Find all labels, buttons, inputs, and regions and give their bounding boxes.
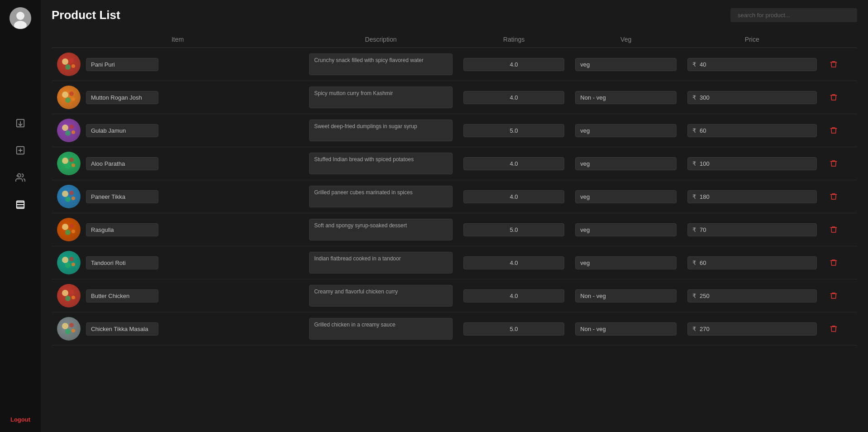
svg-point-27	[62, 158, 68, 164]
table-row: Pani Puri Crunchy snack filled with spic…	[52, 48, 857, 81]
item-veg-2: veg	[575, 124, 677, 137]
price-cell-0: ₹ 40	[682, 48, 822, 81]
svg-point-31	[57, 185, 81, 208]
rating-cell-1: 4.0	[458, 81, 570, 114]
item-name-2: Gulab Jamun	[86, 124, 158, 137]
price-cell-7: ₹ 250	[682, 279, 822, 312]
rating-cell-2: 5.0	[458, 114, 570, 147]
price-value-2: 60	[700, 127, 706, 134]
desc-cell-1: Spicy mutton curry from Kashmir	[304, 81, 458, 114]
price-value-6: 60	[700, 259, 706, 266]
item-name-1: Mutton Rogan Josh	[86, 91, 158, 104]
svg-point-24	[65, 130, 71, 136]
svg-point-43	[69, 257, 74, 261]
avatar	[10, 7, 31, 29]
action-cell-6	[822, 246, 857, 279]
veg-cell-2: veg	[570, 114, 682, 147]
item-name-6: Tandoori Roti	[86, 256, 158, 269]
item-veg-7: Non - veg	[575, 289, 677, 302]
add-item-icon[interactable]	[12, 142, 29, 158]
rupee-symbol-5: ₹	[692, 226, 696, 233]
svg-point-14	[65, 64, 71, 70]
logout-button[interactable]: Logout	[10, 416, 30, 423]
svg-point-33	[69, 191, 74, 195]
action-cell-5	[822, 213, 857, 246]
item-name-0: Pani Puri	[86, 58, 158, 71]
svg-point-50	[72, 296, 75, 299]
delete-button-0[interactable]	[828, 58, 839, 70]
users-icon[interactable]	[12, 169, 29, 186]
item-rating-7: 4.0	[463, 289, 565, 302]
rupee-symbol-8: ₹	[692, 326, 696, 332]
svg-point-16	[57, 86, 81, 109]
delete-button-6[interactable]	[828, 257, 839, 269]
svg-point-26	[57, 152, 81, 175]
rupee-symbol-4: ₹	[692, 193, 696, 200]
svg-point-12	[62, 58, 68, 65]
table-row: Mutton Rogan Josh Spicy mutton curry fro…	[52, 81, 857, 114]
item-cell-1: Mutton Rogan Josh	[52, 81, 304, 114]
svg-point-28	[69, 158, 74, 162]
price-cell-1: ₹ 300	[682, 81, 822, 114]
item-description-4: Grilled paneer cubes marinated in spices	[309, 186, 453, 207]
download-icon[interactable]	[12, 115, 29, 131]
delete-button-1[interactable]	[828, 91, 839, 103]
food-image-4	[57, 185, 81, 208]
item-description-5: Soft and spongy syrup-soaked dessert	[309, 219, 453, 240]
delete-button-4[interactable]	[828, 191, 839, 202]
delete-button-3[interactable]	[828, 158, 839, 169]
item-description-0: Crunchy snack filled with spicy flavored…	[309, 53, 453, 75]
item-cell-0: Pani Puri	[52, 48, 304, 81]
svg-point-52	[62, 323, 68, 329]
item-veg-4: veg	[575, 190, 677, 203]
action-cell-7	[822, 279, 857, 312]
price-cell-5: ₹ 70	[682, 213, 822, 246]
item-price-8: ₹ 270	[687, 322, 817, 336]
table-body: Pani Puri Crunchy snack filled with spic…	[52, 48, 857, 346]
search-input[interactable]	[730, 8, 857, 22]
product-table: Item Description Ratings Veg Price	[52, 31, 857, 346]
item-description-2: Sweet deep-fried dumplings in sugar syru…	[309, 120, 453, 141]
rupee-symbol-6: ₹	[692, 259, 696, 266]
food-image-0	[57, 53, 81, 76]
svg-point-17	[62, 91, 68, 98]
svg-point-54	[65, 329, 71, 334]
col-header-price: Price	[682, 31, 822, 48]
desc-cell-3: Stuffed Indian bread with spiced potatoe…	[304, 147, 458, 180]
table-row: Gulab Jamun Sweet deep-fried dumplings i…	[52, 114, 857, 147]
svg-point-38	[69, 224, 74, 228]
item-cell-6: Tandoori Roti	[52, 246, 304, 279]
item-cell-7: Butter Chicken	[52, 279, 304, 312]
delete-button-2[interactable]	[828, 125, 839, 136]
item-cell-8: Chicken Tikka Masala	[52, 312, 304, 346]
price-value-5: 70	[700, 226, 706, 233]
item-description-1: Spicy mutton curry from Kashmir	[309, 86, 453, 108]
action-cell-8	[822, 312, 857, 346]
delete-button-7[interactable]	[828, 290, 839, 302]
veg-cell-7: Non - veg	[570, 279, 682, 312]
item-name-8: Chicken Tikka Masala	[86, 322, 158, 336]
list-icon[interactable]	[12, 197, 29, 213]
item-rating-4: 4.0	[463, 190, 565, 203]
svg-point-39	[65, 230, 71, 235]
rating-cell-3: 4.0	[458, 147, 570, 180]
veg-cell-1: Non - veg	[570, 81, 682, 114]
table-row: Aloo Paratha Stuffed Indian bread with s…	[52, 147, 857, 180]
item-name-4: Paneer Tikka	[86, 190, 158, 203]
desc-cell-0: Crunchy snack filled with spicy flavored…	[304, 48, 458, 81]
price-value-0: 40	[700, 61, 706, 68]
desc-cell-7: Creamy and flavorful chicken curry	[304, 279, 458, 312]
delete-button-5[interactable]	[828, 224, 839, 235]
item-price-1: ₹ 300	[687, 91, 817, 104]
item-name-5: Rasgulla	[86, 223, 158, 236]
rating-cell-5: 5.0	[458, 213, 570, 246]
col-header-description: Description	[304, 31, 458, 48]
item-veg-0: veg	[575, 58, 677, 71]
action-cell-2	[822, 114, 857, 147]
svg-point-34	[65, 197, 71, 202]
delete-button-8[interactable]	[828, 323, 839, 335]
food-image-6	[57, 251, 81, 274]
header: Product List	[52, 8, 857, 22]
rating-cell-8: 5.0	[458, 312, 570, 346]
svg-point-47	[62, 290, 68, 296]
